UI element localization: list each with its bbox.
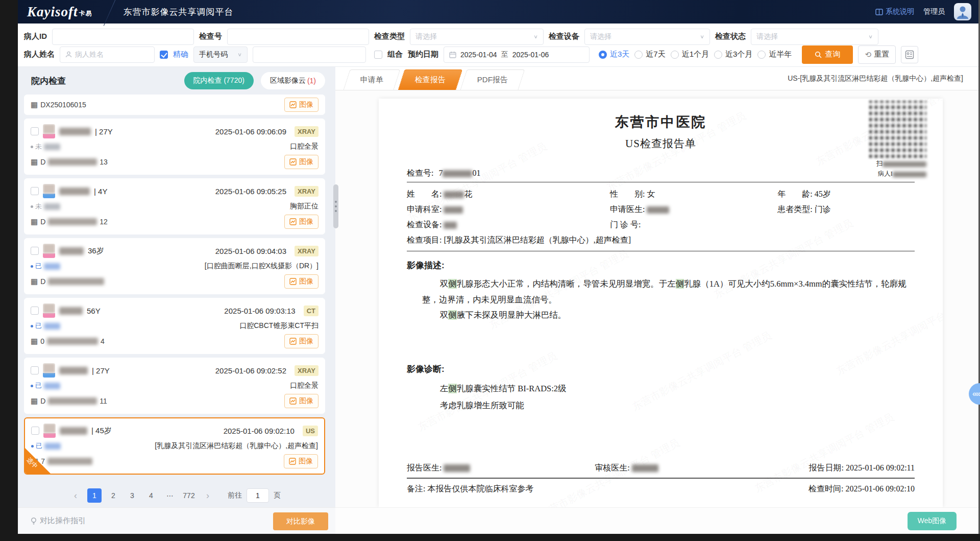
exam-card[interactable]: | 45岁 2025-01-06 09:02:10 US 已 [乳腺及其引流区淋… (24, 417, 325, 475)
patient-avatar (43, 363, 55, 378)
qr-caption: 扫 (850, 159, 926, 168)
exam-checkbox[interactable] (31, 187, 39, 195)
image-button[interactable]: 图像 (284, 334, 318, 348)
radio-icon (634, 51, 643, 59)
chevron-down-icon: ∨ (868, 34, 873, 39)
compare-guide-link[interactable]: 对比操作指引 (30, 516, 86, 526)
accession-redacted (48, 278, 104, 285)
reset-icon: ⟲ (865, 50, 872, 59)
grid-icon: ▦ (31, 217, 38, 226)
next-page-button[interactable]: › (201, 488, 215, 503)
gender-tag (43, 373, 55, 378)
page-button-772[interactable]: 772 (182, 488, 196, 503)
exam-card[interactable]: 36岁 2025-01-06 09:04:03 XRAY 已 [口腔曲面断层,口… (24, 238, 325, 294)
exam-card[interactable]: | 4Y 2025-01-06 09:05:25 XRAY 未 胸部正位 ▦ D… (24, 178, 325, 234)
exam-checkbox[interactable] (31, 366, 39, 374)
tab-local-exams[interactable]: 院内检查 (7720) (184, 72, 254, 89)
tab-pdf-report[interactable]: PDF报告 (460, 69, 525, 90)
quick-range-7d[interactable]: 近7天 (634, 50, 665, 59)
accession-redacted (48, 218, 97, 225)
system-help-link[interactable]: 系统说明 (875, 7, 914, 16)
accession-redacted (48, 397, 97, 405)
exam-datetime: 2025-01-06 09:02:52 (215, 366, 286, 375)
patient-avatar (43, 424, 56, 438)
gender-tag (43, 313, 55, 318)
patient-avatar (43, 244, 55, 258)
quick-range-3m[interactable]: 近3个月 (714, 50, 752, 59)
page-ellipsis[interactable]: ⋯ (163, 488, 177, 503)
exact-checkbox[interactable] (160, 51, 168, 59)
sidebar-collapse-handle[interactable] (333, 184, 338, 228)
top-header: Kayisoft卡易 东营市影像云共享调阅平台 系统说明 管理员 (18, 0, 978, 23)
radio-icon (671, 51, 679, 59)
exam-datetime: 2025-01-06 09:04:03 (215, 247, 286, 255)
page-button-2[interactable]: 2 (106, 488, 120, 503)
search-button[interactable]: 查询 (802, 45, 853, 64)
diag-line-2: 考虑乳腺增生所致可能 (422, 397, 915, 414)
exam-card[interactable]: | 27Y 2025-01-06 09:02:52 XRAY 已 口腔全景 ▦ … (24, 358, 325, 414)
exam-device-select[interactable]: 请选择 ∨ (584, 29, 710, 45)
accession-number: ▦ D 13 (31, 157, 108, 167)
goto-label: 前往 (228, 491, 242, 500)
accession-number: ▦ D 11 (31, 396, 107, 406)
exam-status-select[interactable]: 请选择 ∨ (751, 29, 878, 45)
exam-card-partial[interactable]: ▦ DX250106015 图像 (24, 95, 325, 115)
exam-checkbox[interactable] (31, 307, 39, 315)
compare-images-button[interactable]: 对比影像 (273, 512, 328, 530)
tab-request-form[interactable]: 申请单 (344, 69, 401, 90)
date-range-input[interactable]: 2025-01-04 至 2025-01-06 (444, 46, 590, 63)
exam-type-select[interactable]: 请选择 ∨ (410, 29, 544, 45)
gender-tag (43, 253, 55, 258)
diag-section-title: 影像诊断: (407, 363, 915, 375)
tab-regional-cloud[interactable]: 区域影像云(1) (261, 72, 325, 89)
patient-age: | 45岁 (91, 426, 112, 436)
page-button-1[interactable]: 1 (87, 488, 102, 503)
exam-no-input[interactable] (227, 29, 369, 45)
exam-card[interactable]: | 27Y 2025-01-06 09:06:09 XRAY 未 口腔全景 ▦ … (24, 119, 325, 175)
status-badge: 未 (31, 202, 60, 211)
image-button[interactable]: 图像 (284, 98, 318, 112)
page-button-4[interactable]: 4 (144, 488, 158, 503)
avatar[interactable] (954, 3, 971, 20)
current-exam-title: US-[乳腺及其引流区淋巴结彩超（乳腺中心）,超声检查] (788, 74, 963, 83)
quick-range-3d[interactable]: 近3天 (599, 50, 629, 59)
hospital-name: 东营市中医院 (407, 113, 915, 131)
exam-datetime: 2025-01-06 09:03:13 (224, 307, 295, 315)
image-button[interactable]: 图像 (284, 394, 318, 408)
status-badge: 已 (31, 381, 60, 390)
image-button[interactable]: 图像 (284, 454, 318, 468)
image-icon (289, 101, 297, 108)
goto-page-input[interactable] (247, 488, 269, 503)
phone-select[interactable]: 手机号码 ∨ (193, 46, 248, 63)
chevron-down-icon: ∨ (533, 34, 538, 39)
exam-checkbox[interactable] (31, 427, 39, 435)
date-from: 2025-01-04 (460, 51, 497, 59)
page-button-3[interactable]: 3 (125, 488, 139, 503)
exam-checkbox[interactable] (31, 247, 39, 255)
exam-checkbox[interactable] (31, 127, 39, 135)
combo-label: 组合 (387, 50, 403, 59)
image-button[interactable]: 图像 (284, 155, 318, 169)
quick-range-6m[interactable]: 近半年 (757, 50, 792, 59)
web-image-button[interactable]: Web图像 (908, 512, 957, 530)
prev-page-button[interactable]: ‹ (68, 488, 83, 503)
image-button[interactable]: 图像 (284, 215, 318, 229)
quick-range-1m[interactable]: 近1个月 (671, 50, 709, 59)
grid-icon: ▦ (31, 337, 38, 346)
patient-id-input[interactable] (52, 29, 194, 45)
combo-checkbox[interactable] (374, 51, 382, 59)
image-button[interactable]: 图像 (284, 274, 318, 289)
exact-label: 精确 (173, 50, 188, 59)
desc-paragraph-2: 双侧腋下未探及明显肿大淋巴结。 (422, 308, 915, 323)
status-dot-icon (31, 205, 33, 208)
tab-exam-report[interactable]: 检查报告 (398, 69, 463, 90)
exam-card[interactable]: 56Y 2025-01-06 09:03:13 CT 已 口腔CBCT锥形束CT… (24, 298, 325, 354)
card-list-icon (905, 50, 914, 59)
user-name[interactable]: 管理员 (923, 7, 945, 16)
patient-name-redacted (60, 427, 87, 435)
reset-button[interactable]: ⟲ 重置 (858, 45, 896, 64)
patient-name-input[interactable]: 病人姓名 (60, 46, 155, 63)
advanced-settings-button[interactable] (901, 46, 918, 63)
phone-input[interactable] (253, 46, 366, 63)
exam-datetime: 2025-01-06 09:06:09 (215, 127, 286, 136)
